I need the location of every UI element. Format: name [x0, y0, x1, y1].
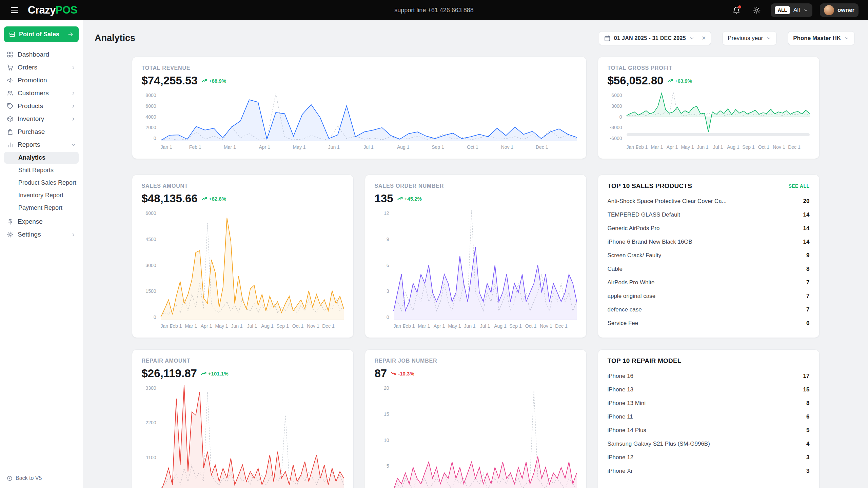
repair-row: iPhone 116 [608, 410, 810, 424]
back-to-v5-link[interactable]: Back to V5 [4, 473, 79, 483]
trend-up-icon [668, 79, 673, 83]
trend-up-icon [397, 197, 403, 201]
y-axis-labels: 3300220011000 [142, 385, 161, 488]
gear-icon [753, 6, 761, 14]
sidebar-item-products[interactable]: Products [4, 100, 79, 113]
sidebar-item-promotion[interactable]: Promotion [4, 74, 79, 87]
sidebar: Point of Sales Dashboard Orders Promotio… [0, 20, 83, 488]
repair-job-number-chart: 20151050 Jan 1Feb 1Mar 1Apr 1May 1Jun 1J… [375, 385, 577, 488]
dashboard-icon [7, 51, 14, 58]
sidebar-item-label: Purchase [18, 128, 45, 136]
sidebar-nav: Dashboard Orders Promotion Customers Pro… [4, 48, 79, 241]
sidebar-subitem-payment-report[interactable]: Payment Report [4, 202, 79, 214]
point-of-sales-button[interactable]: Point of Sales [4, 26, 79, 42]
trend-down-icon [391, 371, 396, 375]
sales-amount-chart: 60004500300015000 Jan 1Feb 1Mar 1Apr 1Ma… [142, 210, 344, 329]
sidebar-subitem-shift-reports[interactable]: Shift Reports [4, 164, 79, 176]
date-range-picker[interactable]: 01 JAN 2025 - 31 DEC 2025 ✕ [599, 31, 711, 45]
product-list: Anti-Shock Space Protective Clear Cover … [608, 195, 810, 330]
product-row: defence case7 [608, 303, 810, 317]
list-title: TOP 10 SALES PRODUCTS [608, 182, 692, 190]
sidebar-item-label: Inventory [18, 115, 44, 123]
notifications-button[interactable] [730, 4, 743, 17]
topbar: CrazyPOS support line +61 426 663 888 AL… [0, 0, 868, 20]
y-axis-labels: 600030000-3000-6000 [608, 93, 627, 141]
chart-plot [394, 210, 577, 320]
product-row: iPhone 6 Brand New Black 16GB14 [608, 235, 810, 249]
clear-date-icon[interactable]: ✕ [702, 35, 706, 41]
top-repair-models-card: TOP 10 REPAIR MODEL iPhone 1617 iPhone 1… [598, 349, 820, 488]
product-row: Cable8 [608, 262, 810, 276]
cart-icon [7, 64, 14, 71]
chevron-down-icon [803, 8, 808, 13]
trend-up-icon [202, 197, 207, 201]
calendar-icon [604, 35, 611, 42]
menu-icon[interactable] [9, 6, 20, 15]
sidebar-item-expense[interactable]: Expense [4, 215, 79, 228]
chevron-right-icon [71, 65, 76, 70]
chevron-down-icon [689, 36, 694, 41]
page-title: Analytics [95, 33, 135, 43]
sidebar-item-orders[interactable]: Orders [4, 61, 79, 74]
stat-value: $26,119.87 [142, 367, 197, 380]
trend-up-icon [202, 79, 207, 83]
sidebar-item-label: Expense [18, 218, 43, 225]
sidebar-item-inventory[interactable]: Inventory [4, 113, 79, 125]
sidebar-item-purchase[interactable]: Purchase [4, 125, 79, 138]
compare-period-select[interactable]: Previous year [723, 31, 776, 45]
product-row: Anti-Shock Space Protective Clear Cover … [608, 195, 810, 208]
back-link-label: Back to V5 [16, 475, 42, 481]
back-arrow-icon [7, 475, 13, 481]
megaphone-icon [7, 77, 14, 84]
sidebar-subitem-analytics[interactable]: Analytics [4, 152, 79, 164]
main-content: Analytics 01 JAN 2025 - 31 DEC 2025 ✕ Pr… [83, 0, 868, 488]
stat-value: $48,135.66 [142, 192, 198, 205]
sidebar-item-label: Settings [18, 231, 41, 238]
user-name: owner [837, 7, 854, 14]
trend-badge: +88.9% [202, 78, 226, 84]
scope-filter-dropdown[interactable]: ALL All [771, 3, 812, 17]
stat-value: $74,255.53 [142, 74, 198, 87]
stat-value: 135 [375, 192, 393, 205]
sidebar-item-reports[interactable]: Reports [4, 138, 79, 151]
product-row: Service Fee6 [608, 317, 810, 330]
stat-label: REPAIR AMOUNT [142, 358, 344, 364]
product-row: TEMPERED GLASS Default14 [608, 208, 810, 222]
total-gross-profit-card: TOTAL GROSS PROFIT $56,052.80 +63.9% 600… [598, 57, 820, 159]
repair-row: iPhone 14 Plus5 [608, 424, 810, 437]
sidebar-item-dashboard[interactable]: Dashboard [4, 48, 79, 61]
support-line: support line +61 426 663 888 [394, 7, 474, 14]
chart-plot [161, 385, 344, 488]
store-select[interactable]: Phone Master HK [788, 31, 854, 45]
total-revenue-card: TOTAL REVENUE $74,255.53 +88.9% 80006000… [132, 57, 587, 159]
sidebar-item-settings[interactable]: Settings [4, 228, 79, 241]
reports-submenu: Analytics Shift Reports Product Sales Re… [4, 152, 79, 214]
trend-badge: +101.1% [201, 371, 229, 377]
logo-text-crazy: Crazy [28, 4, 56, 16]
settings-gear-button[interactable] [750, 4, 763, 17]
chevron-right-icon [71, 117, 76, 122]
avatar [824, 5, 834, 15]
repair-amount-chart: 3300220011000 Jan 1Feb 1Mar 1Apr 1May 1J… [142, 385, 344, 488]
user-menu[interactable]: owner [820, 3, 859, 17]
sidebar-item-customers[interactable]: Customers [4, 87, 79, 100]
chevron-right-icon [71, 104, 76, 109]
sidebar-subitem-inventory-report[interactable]: Inventory Report [4, 189, 79, 201]
chart-plot [161, 210, 344, 320]
sidebar-subitem-product-sales-report[interactable]: Product Sales Report [4, 177, 79, 189]
compare-period-value: Previous year [728, 35, 763, 42]
see-all-link[interactable]: SEE ALL [788, 183, 809, 189]
tag-icon [7, 103, 14, 109]
sidebar-item-label: Customers [18, 89, 49, 97]
repair-row: iPhone 1315 [608, 383, 810, 396]
divider [698, 35, 698, 42]
trend-badge: +63.9% [668, 78, 692, 84]
y-axis-labels: 60004500300015000 [142, 210, 161, 320]
repair-row: iPhone 13 Mini8 [608, 396, 810, 410]
y-axis-labels: 129630 [375, 210, 394, 320]
logo-text-pos: POS [56, 4, 77, 16]
trend-badge: +45.2% [397, 196, 422, 202]
repair-amount-card: REPAIR AMOUNT $26,119.87 +101.1% 3300220… [132, 349, 354, 488]
x-axis-labels: Jan 1Feb 1Mar 1Apr 1May 1Jun 1Jul 1Aug 1… [161, 141, 577, 150]
product-row: Screen Crack/ Faulty9 [608, 249, 810, 262]
